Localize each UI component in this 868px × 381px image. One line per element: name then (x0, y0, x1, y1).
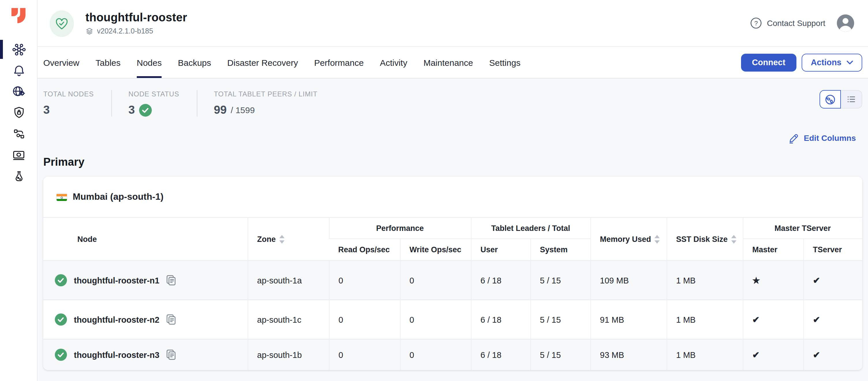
col-group-master-tserver: Master TServer (743, 217, 862, 239)
node-healthy-icon (55, 349, 67, 361)
copy-icon[interactable] (166, 314, 176, 325)
zone-cell: ap-south-1b (248, 339, 329, 370)
stat-tablet-peers: TOTAL TABLET PEERS / LIMIT 99 / 1599 (196, 90, 317, 117)
region-card: Mumbai (ap-south-1) Node Zone (43, 177, 862, 370)
sort-memory-icon[interactable] (654, 235, 660, 243)
tab-performance[interactable]: Performance (314, 47, 364, 78)
yugabyte-logo[interactable] (9, 6, 28, 25)
svg-text:?: ? (754, 20, 758, 27)
sort-sst-icon[interactable] (731, 235, 736, 243)
col-system: System (530, 239, 590, 261)
stat-value: 3 (43, 103, 94, 117)
layers-icon (85, 27, 93, 35)
cluster-titles: thoughtful-rooster v2024.2.1.0-b185 (85, 11, 187, 35)
tserver-status-cell: ✔ (803, 339, 862, 370)
version-text: v2024.2.1.0-b185 (97, 27, 153, 35)
actions-button[interactable]: Actions (802, 53, 862, 71)
tab-backups[interactable]: Backups (178, 47, 211, 78)
tserver-status-cell: ✔ (803, 261, 862, 300)
write-ops-cell: 0 (400, 339, 471, 370)
node-healthy-icon (55, 314, 67, 326)
india-flag-icon (57, 193, 67, 201)
sidebar-item-network[interactable] (0, 82, 37, 101)
sort-zone-icon[interactable] (279, 235, 284, 243)
sidebar-item-integrations[interactable] (0, 124, 37, 143)
node-cell: thoughtful-rooster-n2 (43, 300, 248, 339)
tab-activity[interactable]: Activity (380, 47, 407, 78)
col-master: Master (743, 239, 803, 261)
read-ops-cell: 0 (329, 300, 400, 339)
sidebar-item-security[interactable] (0, 103, 37, 122)
contact-support-link[interactable]: ? Contact Support (750, 17, 825, 29)
tab-disaster-recovery[interactable]: Disaster Recovery (227, 47, 298, 78)
region-title: Mumbai (ap-south-1) (73, 192, 164, 202)
stat-label: NODE STATUS (128, 90, 179, 98)
col-user: User (471, 239, 530, 261)
pencil-icon (788, 132, 799, 144)
node-name: thoughtful-rooster-n3 (74, 350, 159, 360)
app-window: thoughtful-rooster v2024.2.1.0-b185 ? (0, 0, 868, 381)
sst-cell: 1 MB (666, 300, 743, 339)
sidebar (0, 0, 37, 381)
node-cell: thoughtful-rooster-n1 (43, 261, 248, 300)
tab-nodes[interactable]: Nodes (137, 47, 162, 78)
stat-label: TOTAL TABLET PEERS / LIMIT (214, 90, 317, 98)
stats-row: TOTAL NODES 3 NODE STATUS 3 (43, 90, 862, 117)
sidebar-item-cluster[interactable] (0, 40, 37, 59)
actions-button-label: Actions (811, 58, 841, 67)
active-indicator (0, 40, 3, 59)
stat-suffix: / 1599 (231, 105, 255, 115)
system-tablets-cell: 5 / 15 (530, 300, 590, 339)
user-tablets-cell: 6 / 18 (471, 300, 530, 339)
user-avatar[interactable] (837, 14, 854, 32)
copy-icon[interactable] (166, 350, 176, 360)
region-header: Mumbai (ap-south-1) (43, 177, 862, 217)
sidebar-item-billing[interactable] (0, 145, 37, 164)
sidebar-item-alerts[interactable] (0, 61, 37, 80)
stats: TOTAL NODES 3 NODE STATUS 3 (43, 90, 317, 117)
sidebar-item-labs[interactable] (0, 166, 37, 185)
col-sst-label: SST Disk Size (676, 235, 728, 243)
connect-button[interactable]: Connect (741, 53, 797, 71)
main-area: thoughtful-rooster v2024.2.1.0-b185 ? (37, 0, 868, 381)
tab-tables[interactable]: Tables (95, 47, 121, 78)
list-view-toggle[interactable] (841, 90, 862, 109)
sst-cell: 1 MB (666, 261, 743, 300)
write-ops-cell: 0 (400, 300, 471, 339)
col-read-ops: Read Ops/sec (329, 239, 400, 261)
read-ops-cell: 0 (329, 339, 400, 370)
node-name: thoughtful-rooster-n1 (74, 276, 159, 285)
stat-number: 3 (128, 103, 135, 117)
list-icon (845, 93, 857, 105)
stat-node-status: NODE STATUS 3 (111, 90, 196, 117)
col-memory: Memory Used (590, 217, 666, 261)
stat-number: 99 (214, 103, 227, 117)
shield-lock-icon (12, 106, 26, 119)
col-sst: SST Disk Size (666, 217, 743, 261)
content: TOTAL NODES 3 NODE STATUS 3 (37, 90, 868, 370)
stat-label: TOTAL NODES (43, 90, 94, 98)
header-right: ? Contact Support (750, 14, 854, 32)
user-tablets-cell: 6 / 18 (471, 261, 530, 300)
tserver-status-cell: ✔ (803, 300, 862, 339)
table-row: thoughtful-rooster-n3 (43, 339, 862, 370)
zone-cell: ap-south-1a (248, 261, 329, 300)
stat-value: 99 / 1599 (214, 103, 317, 117)
table-row: thoughtful-rooster-n1 (43, 261, 862, 300)
map-view-toggle[interactable] (819, 90, 841, 109)
cluster-header: thoughtful-rooster v2024.2.1.0-b185 ? (37, 0, 868, 47)
cluster-health-badge (50, 10, 74, 37)
alerts-bell-icon (12, 63, 26, 77)
view-toggle (819, 90, 862, 109)
tab-maintenance[interactable]: Maintenance (423, 47, 473, 78)
col-group-performance: Performance (329, 217, 471, 239)
heart-check-icon (55, 17, 69, 30)
col-zone: Zone (248, 217, 329, 261)
edit-columns-button[interactable]: Edit Columns (43, 132, 856, 144)
master-status-cell: ★ (743, 261, 803, 300)
labs-flask-icon (12, 169, 26, 183)
tab-settings[interactable]: Settings (489, 47, 520, 78)
copy-icon[interactable] (166, 275, 176, 286)
tab-overview[interactable]: Overview (43, 47, 80, 78)
memory-cell: 91 MB (590, 300, 666, 339)
